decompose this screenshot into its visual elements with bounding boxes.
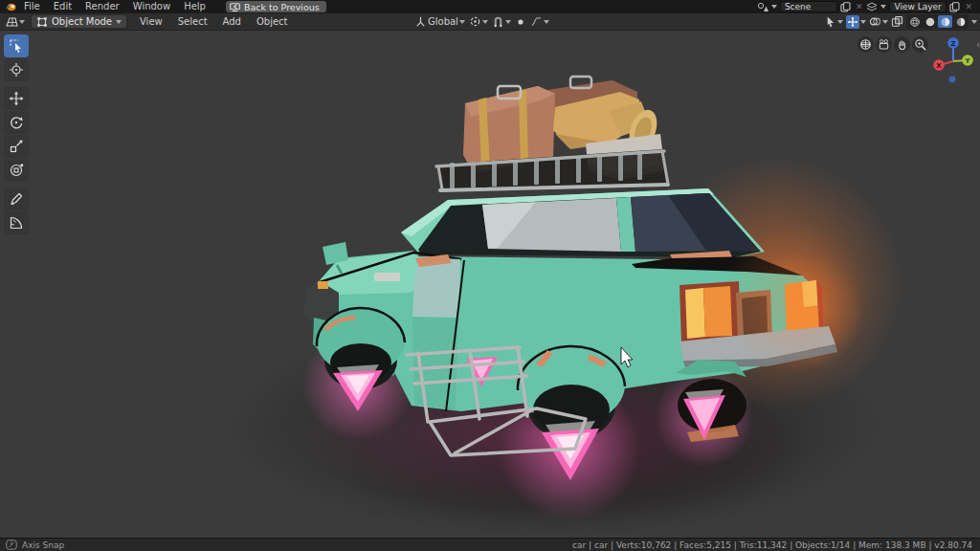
menu-object[interactable]: Object [250, 16, 295, 27]
scene-name-field[interactable]: Scene [780, 1, 837, 12]
tool-transform[interactable] [4, 159, 29, 182]
tool-select-box[interactable] [4, 34, 29, 57]
back-to-previous-button[interactable]: Back to Previous [226, 1, 326, 12]
object-mode-icon [36, 16, 48, 28]
mode-selector-dropdown[interactable]: Object Mode [31, 14, 127, 29]
menu-render[interactable]: Render [78, 0, 126, 13]
gizmo-z-label: Z [950, 40, 955, 48]
magnifier-icon [914, 38, 926, 51]
gizmo-icon [847, 16, 858, 28]
zoom-button[interactable] [912, 36, 928, 53]
editor-type-selector[interactable] [5, 15, 25, 28]
transform-icon [9, 163, 24, 178]
proportional-editing-toggle[interactable] [515, 16, 526, 28]
object-type-visibility-dropdown[interactable] [824, 15, 843, 28]
blender-window: Z X Y ‹ File Edit Render Window Help [0, 0, 980, 551]
xray-toggle[interactable] [891, 15, 903, 28]
camera-icon [878, 38, 890, 51]
tool-shelf-separator [4, 82, 29, 86]
view-layer-selector: View Layer ✕ [866, 1, 974, 12]
blender-logo-icon [4, 1, 17, 12]
camera-view-button[interactable] [876, 36, 892, 53]
pan-hand-button[interactable] [894, 36, 910, 53]
shading-settings-caret[interactable] [971, 20, 977, 24]
menu-file[interactable]: File [17, 0, 47, 13]
view-layer-browse-caret[interactable] [880, 5, 886, 9]
shading-mode-group [906, 14, 969, 29]
falloff-curve-icon [530, 15, 543, 28]
snap-settings-caret[interactable] [505, 20, 511, 24]
remove-view-layer-icon[interactable]: ✕ [963, 2, 974, 11]
gizmo-minus-z-axis[interactable] [949, 77, 956, 83]
navigation-gizmo[interactable]: Z X Y [928, 32, 978, 85]
menu-help[interactable]: Help [177, 0, 212, 13]
annotate-pencil-icon [9, 191, 24, 207]
show-overlays-toggle[interactable] [869, 15, 888, 28]
magnet-icon [492, 15, 504, 28]
orthographic-grid-button[interactable] [858, 36, 874, 53]
new-view-layer-icon[interactable] [949, 2, 960, 12]
pivot-point-dropdown[interactable] [469, 15, 488, 28]
statusbar-keymap-hint: Axis Snap [0, 540, 64, 550]
proportional-falloff-dropdown[interactable] [530, 15, 549, 28]
tool-move[interactable] [4, 87, 29, 110]
shading-rendered[interactable] [953, 15, 968, 28]
grid-sphere-icon [859, 38, 872, 51]
scene-browse-caret[interactable] [771, 5, 777, 9]
sidebar-toggle-arrow[interactable]: ‹ [976, 39, 980, 50]
scene-selector: Scene ✕ [757, 1, 865, 12]
back-to-previous-label: Back to Previous [244, 2, 320, 12]
shading-material-preview[interactable] [938, 15, 952, 28]
menu-add[interactable]: Add [216, 16, 248, 27]
scene-icon[interactable] [757, 2, 768, 12]
falloff-caret [544, 20, 549, 24]
orientation-label: Global [428, 16, 458, 27]
gizmo-active-chip [846, 15, 859, 29]
view-layer-name-field[interactable]: View Layer [889, 1, 947, 12]
cursor-3d-icon [9, 62, 24, 77]
overlays-caret[interactable] [882, 20, 888, 24]
show-gizmo-toggle[interactable] [846, 15, 866, 29]
visibility-pointer-icon [824, 15, 836, 28]
menu-window[interactable]: Window [126, 0, 177, 13]
mouse-hint-icon [6, 540, 17, 550]
new-scene-icon[interactable] [840, 2, 851, 12]
tool-shelf-separator [4, 183, 29, 187]
tool-annotate[interactable] [4, 187, 29, 210]
move-icon [9, 91, 24, 106]
menu-view[interactable]: View [133, 16, 169, 27]
mode-selector-label: Object Mode [52, 16, 112, 27]
viewport-3d[interactable]: Z X Y ‹ [0, 31, 980, 538]
tool-cursor-3d[interactable] [4, 58, 29, 81]
pivot-point-icon [469, 15, 481, 28]
snap-toggle[interactable] [492, 15, 511, 28]
overlays-icon [869, 15, 881, 28]
gizmo-caret[interactable] [860, 20, 866, 24]
tool-shelf [4, 34, 29, 234]
viewport-header-center: Global [414, 15, 549, 28]
shading-solid[interactable] [923, 15, 937, 28]
transform-orientation-dropdown[interactable]: Global [414, 15, 465, 28]
menu-edit[interactable]: Edit [47, 0, 78, 13]
tool-scale[interactable] [4, 135, 29, 158]
topbar: File Edit Render Window Help Back to Pre… [0, 0, 980, 13]
shading-wireframe[interactable] [907, 15, 922, 28]
viewport-header-left: Object Mode View Select Add Object [0, 14, 295, 29]
rendered-sphere-icon [955, 16, 967, 28]
unlink-scene-icon[interactable]: ✕ [854, 2, 865, 11]
keymap-hint-label: Axis Snap [22, 540, 64, 550]
topbar-right: Scene ✕ View Layer ✕ [757, 1, 980, 12]
tool-rotate[interactable] [4, 111, 29, 134]
view-layer-icon[interactable] [866, 2, 878, 12]
viewport-nav-cluster [858, 36, 928, 53]
orientation-axes-icon [414, 15, 427, 28]
proportional-dot-icon [515, 16, 526, 28]
menu-select[interactable]: Select [171, 16, 214, 27]
viewport-header: Object Mode View Select Add Object Globa… [0, 13, 980, 31]
statusbar-stats: car | car | Verts:10,762 | Faces:5,215 |… [572, 540, 980, 550]
mode-selector-caret [116, 20, 122, 24]
solid-sphere-icon [924, 16, 936, 28]
tool-measure[interactable] [4, 211, 29, 234]
gizmo-y-label: Y [964, 57, 970, 65]
measure-icon [9, 215, 24, 231]
